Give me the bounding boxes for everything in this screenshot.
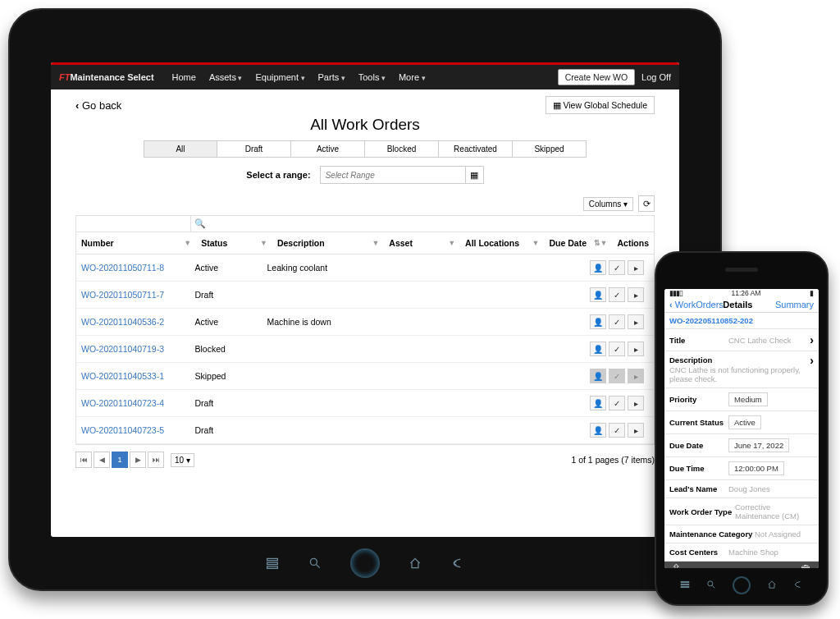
col-locations[interactable]: All Locations	[465, 238, 519, 248]
field-title[interactable]: Title CNC Lathe Check ›	[664, 329, 819, 351]
row-check-icon[interactable]: ✓	[609, 396, 625, 410]
row-check-icon[interactable]: ✓	[609, 342, 625, 356]
filter-active[interactable]: Active	[291, 140, 365, 158]
priority-value[interactable]: Medium	[728, 392, 768, 406]
due-date-value[interactable]: June 17, 2022	[728, 438, 789, 452]
row-play-icon[interactable]: ▸	[628, 342, 644, 356]
row-check-icon[interactable]: ✓	[609, 314, 625, 329]
wo-number-link[interactable]: WO-202011040533-1	[81, 371, 164, 381]
due-time-value[interactable]: 12:00:00 PM	[728, 461, 784, 475]
grid-search-input[interactable]	[76, 216, 191, 232]
row-play-icon[interactable]: ▸	[628, 314, 644, 329]
row-assign-icon[interactable]: 👤	[590, 342, 606, 356]
col-description[interactable]: Description	[277, 238, 325, 248]
nav-assets[interactable]: Assets	[203, 72, 249, 82]
search-icon[interactable]: 🔍	[191, 216, 209, 232]
create-wo-button[interactable]: Create New WO	[558, 69, 635, 85]
pagination: ⏮ ◀ 1 ▶ ⏭ 10 ▾ 1 of 1 pages (7 items)	[51, 445, 679, 475]
row-assign-icon[interactable]: 👤	[590, 260, 606, 275]
view-global-schedule-button[interactable]: View Global Schedule	[546, 96, 655, 114]
page-size-select[interactable]: 10 ▾	[171, 453, 194, 467]
hw-search-icon[interactable]	[706, 578, 716, 593]
field-due-time[interactable]: Due Time 12:00:00 PM	[664, 457, 819, 480]
nav-equipment[interactable]: Equipment	[249, 72, 311, 82]
status-value[interactable]: Active	[728, 415, 761, 429]
wotype-label: Work Order Type	[669, 507, 735, 516]
row-play-icon[interactable]: ▸	[628, 287, 644, 302]
row-assign-icon[interactable]: 👤	[590, 314, 606, 329]
hw-search-icon[interactable]	[308, 556, 322, 571]
row-assign-icon[interactable]: 👤	[590, 369, 606, 383]
field-due-date[interactable]: Due Date June 17, 2022	[664, 434, 819, 457]
hw-home-button[interactable]	[733, 576, 751, 594]
phone-summary-button[interactable]: Summary	[775, 300, 814, 310]
row-assign-icon[interactable]: 👤	[590, 396, 606, 410]
hw-home-button[interactable]	[350, 548, 380, 578]
sort-icon[interactable]: ⇅▼	[594, 239, 608, 247]
row-check-icon[interactable]: ✓	[609, 369, 625, 383]
page-current[interactable]: 1	[112, 452, 128, 468]
field-description[interactable]: Description › CNC Lathe is not functioni…	[664, 351, 819, 388]
filter-all[interactable]: All	[144, 140, 217, 158]
col-status[interactable]: Status	[201, 238, 227, 248]
row-check-icon[interactable]: ✓	[609, 260, 625, 275]
wo-number-link[interactable]: WO-202011050711-7	[81, 290, 164, 300]
wo-id-link[interactable]: WO-202205110852-202	[664, 313, 819, 329]
columns-dropdown[interactable]: Columns ▾	[583, 197, 633, 211]
hw-menu-icon[interactable]	[680, 578, 690, 593]
row-play-icon[interactable]: ▸	[628, 423, 644, 438]
share-icon[interactable]: ⇪	[671, 562, 682, 568]
wo-number-link[interactable]: WO-202011040536-2	[81, 317, 164, 327]
col-number[interactable]: Number	[81, 238, 114, 248]
nav-assets-label: Assets	[209, 72, 236, 82]
filter-blocked[interactable]: Blocked	[365, 140, 439, 158]
row-play-icon[interactable]: ▸	[628, 396, 644, 410]
wo-status: Draft	[189, 420, 262, 441]
filter-reactivated[interactable]: Reactivated	[439, 140, 513, 158]
field-priority[interactable]: Priority Medium	[664, 388, 819, 411]
svg-rect-7	[681, 586, 689, 587]
filter-skipped[interactable]: Skipped	[513, 140, 587, 158]
hw-home-icon[interactable]	[767, 578, 777, 593]
wo-number-link[interactable]: WO-202011040723-4	[81, 398, 164, 408]
filter-icon[interactable]: ▼	[532, 239, 540, 247]
wo-number-link[interactable]: WO-202011050711-8	[81, 263, 164, 273]
hw-back-icon[interactable]	[793, 578, 803, 593]
filter-icon[interactable]: ▼	[260, 239, 267, 247]
wo-number-link[interactable]: WO-202011040719-3	[81, 344, 164, 354]
field-status[interactable]: Current Status Active	[664, 411, 819, 434]
hw-menu-icon[interactable]	[265, 556, 280, 571]
calendar-icon[interactable]: ▦	[465, 167, 483, 183]
hw-back-icon[interactable]	[450, 556, 465, 571]
filter-icon[interactable]: ▼	[184, 239, 191, 247]
page-prev[interactable]: ◀	[94, 452, 110, 468]
nav-more[interactable]: More	[392, 72, 432, 82]
wo-number-link[interactable]: WO-202011040723-5	[81, 425, 164, 435]
nav-parts[interactable]: Parts	[312, 72, 352, 82]
page-next[interactable]: ▶	[130, 452, 146, 468]
page-first[interactable]: ⏮	[75, 452, 92, 468]
row-play-icon[interactable]: ▸	[628, 260, 644, 275]
row-assign-icon[interactable]: 👤	[590, 423, 606, 438]
go-back-link[interactable]: Go back	[75, 99, 121, 112]
range-input[interactable]	[321, 171, 465, 180]
col-asset[interactable]: Asset	[389, 238, 413, 248]
trash-icon[interactable]: 🗑	[800, 562, 812, 569]
page-last[interactable]: ⏭	[148, 452, 164, 468]
logoff-button[interactable]: Log Off	[641, 72, 671, 82]
hw-home-icon[interactable]	[408, 556, 422, 571]
filter-draft[interactable]: Draft	[217, 140, 291, 158]
col-due[interactable]: Due Date	[550, 238, 587, 248]
filter-icon[interactable]: ▼	[448, 239, 455, 247]
brand-rest: Maintenance Select	[70, 72, 153, 82]
row-assign-icon[interactable]: 👤	[590, 287, 606, 302]
filter-icon[interactable]: ▼	[372, 239, 379, 247]
row-check-icon[interactable]: ✓	[609, 423, 625, 438]
row-play-icon[interactable]: ▸	[628, 369, 644, 383]
nav-home[interactable]: Home	[166, 72, 203, 82]
row-check-icon[interactable]: ✓	[609, 287, 625, 302]
main-navbar: FTMaintenance Select Home Assets Equipme…	[51, 65, 679, 89]
svg-rect-5	[681, 581, 689, 582]
nav-tools[interactable]: Tools	[352, 72, 392, 82]
refresh-button[interactable]: ⟳	[638, 195, 655, 212]
